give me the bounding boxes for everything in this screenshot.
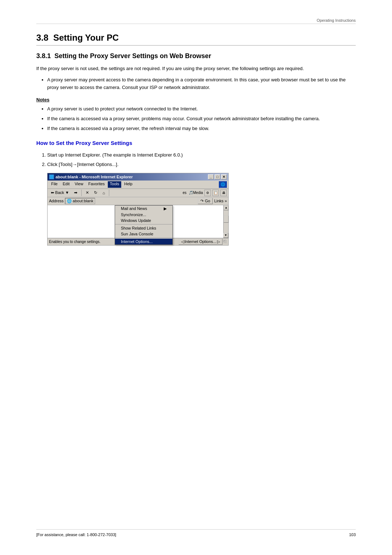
menu-bar: File Edit View Favorites Tools Help 🌐	[48, 181, 228, 189]
restore-button[interactable]: □	[215, 174, 220, 179]
step-1: Start up Internet Explorer. (The example…	[47, 151, 356, 159]
header-label: Operating Instructions	[317, 18, 356, 23]
notes-section: Notes A proxy server is used to protect …	[36, 97, 356, 132]
win-titlebar: 🌐 about:blank - Microsoft Internet Explo…	[48, 173, 228, 181]
ie-icon: 🌐	[49, 174, 54, 179]
close-button[interactable]: ✕	[221, 174, 227, 179]
media-icon-1: 🎵Media	[189, 191, 203, 195]
scroll-thumb[interactable]	[224, 215, 229, 223]
menu-edit[interactable]: Edit	[61, 181, 72, 188]
resize-handle[interactable]	[223, 240, 227, 243]
media-icon-3: 📋	[212, 190, 219, 196]
bullet-list: A proxy server may prevent access to the…	[47, 76, 356, 92]
links-button[interactable]: Links »	[214, 199, 227, 203]
toolbar-sep-1	[81, 190, 82, 196]
options-label: Internet Options...	[185, 239, 216, 244]
browser-content: Mail and News ▶ Synchronize... Windows U…	[48, 205, 228, 238]
media-label: es	[183, 191, 187, 195]
page-container: Operating Instructions 3.8 Setting Your …	[0, 0, 392, 555]
address-label: Address	[49, 199, 64, 203]
options-arrow-icon: ◁	[181, 239, 184, 244]
status-text: Enables you to change settings.	[49, 240, 101, 244]
dropdown-mail-news[interactable]: Mail and News ▶	[115, 206, 172, 212]
internet-options-btn[interactable]: ◁ Internet Options... ▷	[179, 239, 222, 245]
tools-dropdown: Mail and News ▶ Synchronize... Windows U…	[115, 205, 173, 245]
footer-page-number: 103	[349, 532, 356, 537]
window-title: about:blank - Microsoft Internet Explore…	[56, 175, 133, 179]
titlebar-controls[interactable]: _ □ ✕	[208, 174, 227, 179]
dropdown-sep-1	[115, 224, 172, 224]
step-2: Click [Tools]→[Internet Options...].	[47, 161, 356, 169]
bullet-item-1: A proxy server may prevent access to the…	[47, 76, 356, 92]
stop-button[interactable]: ✕	[84, 190, 91, 196]
dropdown-windows-update[interactable]: Windows Update	[115, 218, 172, 223]
note-item-3: If the camera is accessed via a proxy se…	[47, 125, 356, 133]
notes-heading: Notes	[36, 97, 356, 102]
subsection-heading: 3.8.1 Setting the Proxy Server Settings …	[36, 52, 356, 60]
go-label: Go	[205, 199, 210, 203]
scroll-up-button[interactable]: ▲	[224, 205, 229, 210]
footer-assistance: [For assistance, please call: 1-800-272-…	[36, 532, 116, 537]
notes-list: A proxy server is used to protect your n…	[47, 105, 356, 132]
header-line	[36, 24, 356, 24]
toolbar: ⬅ Back ▼ ➡ ✕ ↻ ⌂ es 🎵Media ⚙ 📋 🖶	[48, 189, 228, 197]
screenshot-mockup: 🌐 about:blank - Microsoft Internet Explo…	[47, 173, 229, 246]
address-bar: Address 🌐 about:blank ↷ Go Links »	[48, 197, 228, 205]
go-arrow-icon: ↷	[200, 199, 204, 203]
go-button[interactable]: ↷ Go	[198, 198, 213, 204]
footer: [For assistance, please call: 1-800-272-…	[0, 532, 392, 537]
titlebar-left: 🌐 about:blank - Microsoft Internet Explo…	[49, 174, 133, 179]
steps-list: Start up Internet Explorer. (The example…	[47, 151, 356, 169]
menu-tools[interactable]: Tools	[108, 181, 122, 188]
dropdown-internet-options[interactable]: Internet Options...	[115, 239, 172, 244]
forward-button[interactable]: ➡	[72, 190, 79, 196]
minimize-button[interactable]: _	[208, 174, 214, 179]
section-heading: 3.8 Setting Your PC	[36, 33, 356, 46]
refresh-button[interactable]: ↻	[92, 190, 99, 196]
menu-help[interactable]: Help	[122, 181, 135, 188]
how-to-heading: How to Set the Proxy Server Settings	[36, 140, 356, 146]
address-icon: 🌐	[67, 199, 72, 203]
address-value: about:blank	[73, 199, 93, 203]
home-button[interactable]: ⌂	[101, 190, 107, 196]
media-icon-4: 🖶	[220, 190, 227, 196]
media-icon-2: ⚙	[204, 190, 211, 196]
footer-line	[36, 529, 356, 530]
options-arrow-right-icon: ▷	[217, 239, 220, 244]
menu-favorites[interactable]: Favorites	[86, 181, 107, 188]
dropdown-synchronize[interactable]: Synchronize...	[115, 212, 172, 218]
submenu-arrow-icon: ▶	[164, 206, 167, 211]
note-item-1: A proxy server is used to protect your n…	[47, 105, 356, 113]
dropdown-sep-2	[115, 238, 172, 238]
note-item-2: If the camera is accessed via a proxy se…	[47, 115, 356, 123]
menu-view[interactable]: View	[73, 181, 86, 188]
menu-file[interactable]: File	[49, 181, 60, 188]
dropdown-related-links[interactable]: Show Related Links	[115, 225, 172, 231]
intro-text: If the proxy server is not used, the set…	[36, 65, 356, 73]
dropdown-java-console[interactable]: Sun Java Console	[115, 231, 172, 237]
scroll-down-button[interactable]: ▼	[223, 233, 228, 238]
toolbar-sep-2	[109, 190, 109, 196]
back-button[interactable]: ⬅ Back ▼	[49, 190, 71, 196]
